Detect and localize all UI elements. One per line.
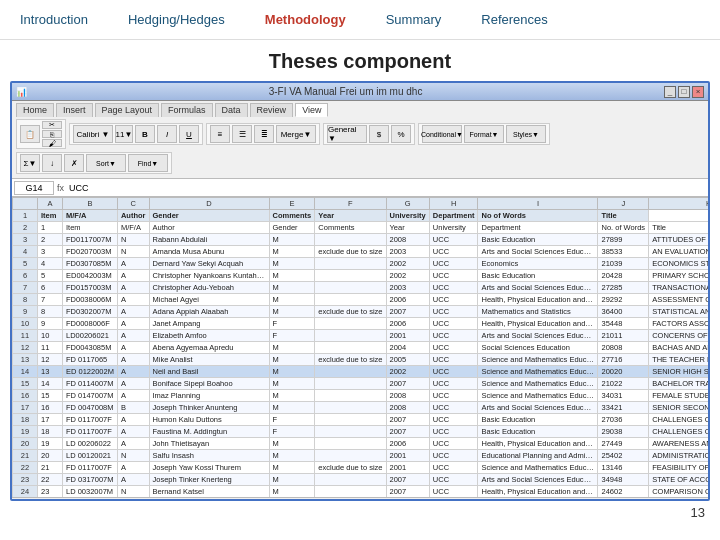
copy-button[interactable]: ⎘ (42, 130, 62, 138)
grid-cell[interactable] (315, 330, 386, 342)
grid-cell[interactable]: Author (149, 222, 269, 234)
grid-cell[interactable]: M (269, 474, 315, 486)
ribbon-tab-data[interactable]: Data (215, 103, 248, 117)
grid-cell[interactable]: ED0042003M (63, 270, 118, 282)
grid-cell[interactable]: FD0117007M (63, 234, 118, 246)
grid-cell[interactable]: A (117, 306, 149, 318)
grid-cell[interactable]: UCC (429, 450, 478, 462)
grid-cell[interactable]: FD 0117007F (63, 414, 118, 426)
grid-cell[interactable] (315, 270, 386, 282)
grid-cell[interactable]: Dernard Yaw Sekyi Acquah (149, 258, 269, 270)
close-button[interactable]: × (692, 86, 704, 98)
grid-cell[interactable]: 27716 (598, 354, 649, 366)
grid-cell[interactable]: A (117, 378, 149, 390)
grid-cell[interactable]: M (269, 486, 315, 498)
grid-cell[interactable]: 20020 (598, 366, 649, 378)
grid-cell[interactable]: M (269, 366, 315, 378)
grid-cell[interactable]: FD 0147007M (63, 390, 118, 402)
col-header-c[interactable]: C (117, 198, 149, 210)
grid-cell[interactable]: 4 (38, 258, 63, 270)
grid-cell[interactable]: 29038 (598, 426, 649, 438)
grid-cell[interactable]: SENIOR HIGH SCHOOL STUDY... (649, 366, 708, 378)
grid-cell[interactable]: Christopher Nyankoans Kuntah Addy (149, 270, 269, 282)
grid-cell[interactable]: UCC (429, 474, 478, 486)
grid-cell[interactable] (315, 450, 386, 462)
grid-cell[interactable]: 6 (38, 282, 63, 294)
ribbon-tab-view[interactable]: View (295, 103, 328, 117)
grid-cell[interactable] (315, 366, 386, 378)
grid-cell[interactable]: 25402 (598, 450, 649, 462)
grid-cell[interactable]: 21 (38, 462, 63, 474)
grid-cell[interactable]: Health, Physical Education and Recreatio… (478, 294, 598, 306)
grid-cell[interactable]: 2007 (386, 378, 429, 390)
grid-cell[interactable]: A (117, 354, 149, 366)
grid-cell[interactable]: 16 (38, 402, 63, 414)
grid-cell[interactable]: Joseph Tinker Knerteng (149, 474, 269, 486)
font-selector[interactable]: Calibri ▼ (73, 125, 113, 143)
sheet-tab-1[interactable]: Tablebl1 (16, 500, 70, 501)
grid-cell[interactable]: UCC (429, 390, 478, 402)
grid-cell[interactable] (315, 414, 386, 426)
grid-cell[interactable] (315, 390, 386, 402)
grid-cell[interactable]: UCC (429, 366, 478, 378)
ribbon-tab-review[interactable]: Review (250, 103, 294, 117)
grid-cell[interactable]: Neil and Basil (149, 366, 269, 378)
col-header-e[interactable]: E (269, 198, 315, 210)
grid-cell[interactable]: Humon Kalu Duttons (149, 414, 269, 426)
grid-cell[interactable]: 1 (38, 222, 63, 234)
grid-cell[interactable]: FD 0317007M (63, 474, 118, 486)
grid-cell[interactable]: Boniface Sipepi Boahoo (149, 378, 269, 390)
grid-cell[interactable] (315, 342, 386, 354)
grid-cell[interactable]: UCC (429, 294, 478, 306)
grid-cell[interactable]: 2008 (386, 402, 429, 414)
grid-cell[interactable]: UCC (429, 282, 478, 294)
grid-cell[interactable]: 20428 (598, 270, 649, 282)
grid-cell[interactable]: 21011 (598, 330, 649, 342)
grid-cell[interactable]: 11 (38, 342, 63, 354)
grid-cell[interactable]: Basic Education (478, 426, 598, 438)
grid-cell[interactable]: M (269, 342, 315, 354)
grid-cell[interactable]: Department (478, 222, 598, 234)
grid-cell[interactable]: 27449 (598, 438, 649, 450)
grid-cell[interactable]: M (269, 450, 315, 462)
grid-cell[interactable]: N (117, 234, 149, 246)
grid-cell[interactable]: FACTORS ASSOCIATED WITH ... (649, 318, 708, 330)
grid-cell[interactable]: Educational Planning and Administration (478, 450, 598, 462)
grid-cell[interactable]: UCC (429, 342, 478, 354)
grid-cell[interactable]: 2007 (386, 486, 429, 498)
nav-references[interactable]: References (481, 8, 547, 31)
sheet-tab-3[interactable]: Tablebl2 (119, 500, 171, 501)
grid-cell[interactable] (315, 438, 386, 450)
grid-cell[interactable]: FD0307085M (63, 258, 118, 270)
grid-cell[interactable]: Arts and Social Sciences Education (478, 402, 598, 414)
grid-cell[interactable]: 2002 (386, 258, 429, 270)
sheet-tab-4[interactable]: Tablebl3 (172, 500, 224, 501)
grid-cell[interactable]: UCC (429, 438, 478, 450)
grid-cell[interactable]: 12 (38, 354, 63, 366)
nav-summary[interactable]: Summary (386, 8, 442, 31)
grid-cell[interactable]: 35448 (598, 318, 649, 330)
grid-cell[interactable]: FD0008006F (63, 318, 118, 330)
grid-cell[interactable]: ASSESSMENT OF PHYSICAL IT... (649, 294, 708, 306)
col-header-f[interactable]: F (315, 198, 386, 210)
grid-cell[interactable]: CHALLENGES OF TEACHING A... (649, 426, 708, 438)
grid-cell[interactable]: A (117, 474, 149, 486)
grid-cell[interactable]: FEASIBILITY OF TEACHING QU... (649, 462, 708, 474)
grid-cell[interactable]: SENIOR SECONDARY ASSES... (649, 402, 708, 414)
grid-cell[interactable]: 2003 (386, 282, 429, 294)
grid-cell[interactable]: 2006 (386, 318, 429, 330)
maximize-button[interactable]: □ (678, 86, 690, 98)
grid-cell[interactable]: 2001 (386, 330, 429, 342)
grid-cell[interactable]: Bernand Katsel (149, 486, 269, 498)
grid-cell[interactable]: ECONOMICS STUDENTS' MAT... (649, 258, 708, 270)
grid-cell[interactable]: 17 (38, 414, 63, 426)
grid-cell[interactable]: BACHAS AND AHUHUD OF... (649, 342, 708, 354)
minimize-button[interactable]: _ (664, 86, 676, 98)
font-size-selector[interactable]: 11▼ (115, 125, 133, 143)
grid-cell[interactable] (315, 426, 386, 438)
grid-cell[interactable]: A (117, 318, 149, 330)
grid-cell[interactable]: 2001 (386, 462, 429, 474)
grid-cell[interactable]: F (269, 318, 315, 330)
grid-cell[interactable]: 2008 (386, 390, 429, 402)
grid-cell[interactable]: M (269, 282, 315, 294)
